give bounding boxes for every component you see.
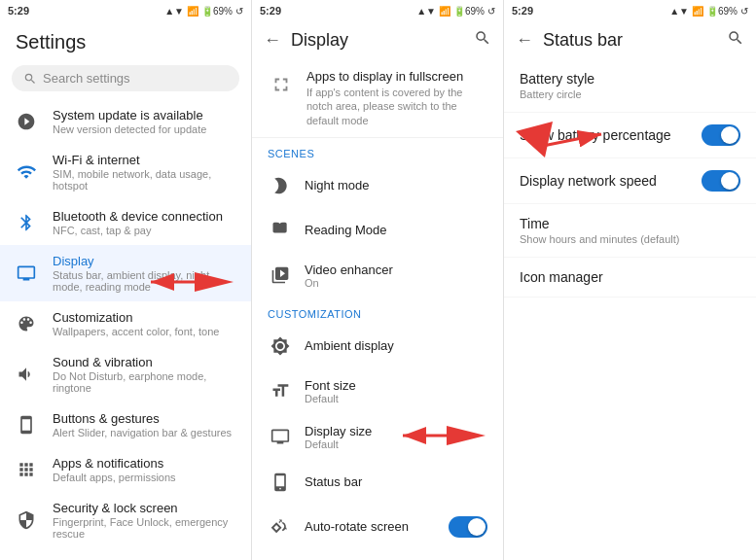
security-subtitle: Fingerprint, Face Unlock, emergency resc… bbox=[53, 516, 237, 540]
ambient-icon bbox=[268, 333, 293, 359]
search-placeholder: Search settings bbox=[43, 71, 130, 86]
buttons-icon bbox=[14, 412, 39, 438]
time-setting-subtitle: Show hours and minutes (default) bbox=[520, 233, 740, 245]
battery-percentage-toggle[interactable] bbox=[702, 124, 740, 146]
sound-subtitle: Do Not Disturb, earphone mode, ringtone bbox=[53, 370, 237, 394]
auto-rotate-toggle[interactable] bbox=[449, 516, 487, 538]
search-icon bbox=[23, 72, 37, 86]
display-panel: 5:29 ▲▼ 📶 🔋69% ↺ ← Display bbox=[252, 0, 504, 560]
status-icons-middle: ▲▼ 📶 🔋69% ↺ bbox=[416, 6, 495, 17]
ambient-display-item[interactable]: Ambient display bbox=[252, 324, 503, 368]
network-speed-toggle[interactable] bbox=[702, 170, 740, 192]
display-subtitle: Status bar, ambient display, night mode,… bbox=[53, 269, 237, 293]
customize-icon bbox=[14, 311, 39, 336]
video-enhancer-item[interactable]: Video enhancer On bbox=[252, 253, 503, 298]
statusbar-nav-title: Status bar bbox=[543, 30, 717, 51]
wifi-icon bbox=[14, 159, 39, 185]
bluetooth-title: Bluetooth & device connection bbox=[53, 209, 237, 224]
video-icon bbox=[268, 262, 293, 288]
status-bar-left: 5:29 ▲▼ 📶 🔋69% ↺ bbox=[0, 0, 251, 21]
fullscreen-item[interactable]: Apps to display in fullscreen If app's c… bbox=[252, 59, 503, 138]
wifi-subtitle: SIM, mobile network, data usage, hotspot bbox=[53, 168, 237, 192]
displaysize-icon bbox=[268, 424, 293, 449]
settings-item-apps[interactable]: Apps & notifications Default apps, permi… bbox=[0, 447, 251, 492]
auto-rotate-switch[interactable] bbox=[449, 516, 487, 538]
settings-item-customization[interactable]: Customization Wallpapers, accent color, … bbox=[0, 301, 251, 346]
time-item[interactable]: Time Show hours and minutes (default) bbox=[504, 204, 756, 258]
system-update-title: System update is available bbox=[53, 108, 237, 122]
buttons-subtitle: Alert Slider, navigation bar & gestures bbox=[53, 427, 237, 438]
customization-label: CUSTOMIZATION bbox=[252, 298, 503, 324]
show-battery-percentage-title: Show battery percentage bbox=[520, 127, 671, 143]
video-enhancer-subtitle: On bbox=[305, 277, 393, 289]
font-size-subtitle: Default bbox=[305, 393, 356, 404]
auto-rotate-title: Auto-rotate screen bbox=[305, 519, 409, 534]
apps-icon bbox=[14, 457, 39, 482]
wifi-title: Wi-Fi & internet bbox=[53, 153, 237, 167]
status-icons-right: ▲▼ 📶 🔋69% ↺ bbox=[669, 6, 748, 17]
status-bar-item[interactable]: Status bar bbox=[252, 460, 503, 505]
font-size-item[interactable]: Font size Default bbox=[252, 368, 503, 414]
battery-style-subtitle: Battery circle bbox=[520, 88, 740, 100]
statusbar-panel: 5:29 ▲▼ 📶 🔋69% ↺ ← Status bar Battery st… bbox=[504, 0, 756, 560]
statusbar-back-icon[interactable]: ← bbox=[516, 30, 533, 51]
ambient-display-title: Ambient display bbox=[305, 338, 394, 353]
settings-item-wifi[interactable]: Wi-Fi & internet SIM, mobile network, da… bbox=[0, 144, 251, 200]
scenes-label: SCENES bbox=[252, 138, 503, 163]
settings-item-security[interactable]: Security & lock screen Fingerprint, Face… bbox=[0, 492, 251, 548]
settings-item-bluetooth[interactable]: Bluetooth & device connection NFC, cast,… bbox=[0, 200, 251, 245]
display-back-icon[interactable]: ← bbox=[264, 30, 281, 51]
settings-item-privacy[interactable]: Privacy bbox=[0, 548, 251, 560]
bluetooth-icon bbox=[14, 210, 39, 235]
display-title: Display bbox=[53, 254, 237, 268]
reading-mode-item[interactable]: Reading Mode bbox=[252, 208, 503, 253]
search-bar[interactable]: Search settings bbox=[12, 65, 239, 91]
night-mode-title: Night mode bbox=[305, 178, 369, 192]
statusbar-list: Battery style Battery circle Show batter… bbox=[504, 59, 756, 560]
icon-manager-title: Icon manager bbox=[520, 269, 740, 285]
status-icons-left: ▲▼ 📶 🔋69% ↺ bbox=[164, 6, 243, 17]
bluetooth-subtitle: NFC, cast, tap & pay bbox=[53, 225, 237, 236]
display-network-speed-item[interactable]: Display network speed bbox=[504, 158, 756, 204]
fullscreen-title: Apps to display in fullscreen bbox=[306, 69, 487, 84]
system-update-subtitle: New version detected for update bbox=[53, 123, 237, 135]
battery-style-item[interactable]: Battery style Battery circle bbox=[504, 59, 756, 113]
display-nav: ← Display bbox=[252, 21, 503, 59]
font-size-title: Font size bbox=[305, 378, 356, 393]
time-middle: 5:29 bbox=[260, 5, 281, 17]
settings-item-sound[interactable]: Sound & vibration Do Not Disturb, earpho… bbox=[0, 346, 251, 402]
security-icon bbox=[14, 508, 39, 533]
display-search-icon[interactable] bbox=[474, 29, 491, 52]
rotate-icon bbox=[268, 514, 293, 540]
display-size-title: Display size bbox=[305, 424, 372, 438]
sound-icon bbox=[14, 362, 39, 387]
statusbar-search-icon[interactable] bbox=[727, 29, 744, 52]
reading-mode-title: Reading Mode bbox=[305, 223, 387, 237]
panels-wrapper: 5:29 ▲▼ 📶 🔋69% ↺ Settings Search setting… bbox=[0, 0, 756, 560]
settings-panel: 5:29 ▲▼ 📶 🔋69% ↺ Settings Search setting… bbox=[0, 0, 252, 560]
statusbar-nav: ← Status bar bbox=[504, 21, 756, 59]
display-size-subtitle: Default bbox=[305, 438, 372, 450]
display-icon bbox=[14, 261, 39, 286]
settings-item-system-update[interactable]: System update is available New version d… bbox=[0, 99, 251, 144]
customization-subtitle: Wallpapers, accent color, font, tone bbox=[53, 326, 237, 337]
auto-rotate-item[interactable]: Auto-rotate screen bbox=[252, 505, 503, 549]
screen-saver-item[interactable]: Screen saver Clock bbox=[252, 549, 503, 560]
status-bar-right: 5:29 ▲▼ 📶 🔋69% ↺ bbox=[504, 0, 756, 21]
night-mode-item[interactable]: Night mode bbox=[252, 163, 503, 208]
status-bar-title: Status bar bbox=[305, 474, 362, 489]
icon-manager-item[interactable]: Icon manager bbox=[504, 258, 756, 298]
sound-title: Sound & vibration bbox=[53, 355, 237, 369]
apps-subtitle: Default apps, permissions bbox=[53, 472, 237, 483]
display-size-item[interactable]: Display size Default bbox=[252, 414, 503, 460]
customization-title: Customization bbox=[53, 310, 237, 325]
battery-style-title: Battery style bbox=[520, 71, 740, 87]
show-battery-percentage-item[interactable]: Show battery percentage bbox=[504, 113, 756, 158]
settings-item-display[interactable]: Display Status bar, ambient display, nig… bbox=[0, 245, 251, 301]
time-setting-title: Time bbox=[520, 216, 740, 231]
settings-item-buttons[interactable]: Buttons & gestures Alert Slider, navigat… bbox=[0, 402, 251, 447]
settings-title: Settings bbox=[0, 21, 251, 61]
fullscreen-icon bbox=[268, 71, 295, 98]
fullscreen-subtitle: If app's content is covered by the notch… bbox=[306, 86, 487, 127]
settings-list: System update is available New version d… bbox=[0, 99, 251, 560]
